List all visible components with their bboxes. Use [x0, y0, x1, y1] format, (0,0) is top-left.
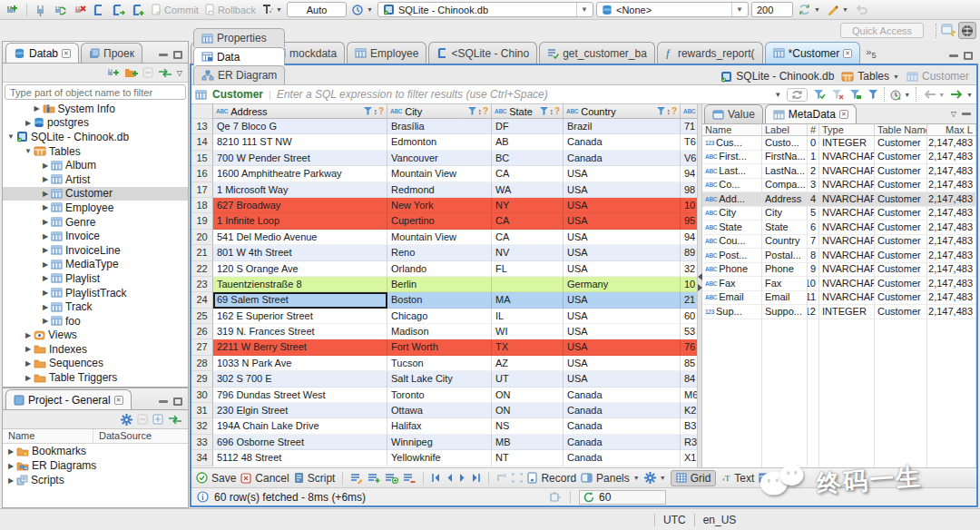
add-row-icon[interactable]	[368, 473, 380, 484]
minimize-panel-icon[interactable]	[962, 113, 971, 115]
grid-cell[interactable]: 319 N. Frances Street	[213, 324, 387, 339]
tree-item-sequences[interactable]: ▶Sequences	[3, 357, 188, 371]
subtab-data[interactable]: Data	[193, 47, 285, 66]
previous-page-icon[interactable]	[446, 473, 454, 483]
grid-cell[interactable]: NV	[492, 245, 564, 260]
minimize-editor-icon[interactable]	[949, 54, 958, 57]
grid-cell[interactable]: MB	[492, 435, 564, 450]
grid-cell[interactable]: 53	[681, 324, 697, 339]
metadata-row[interactable]: ABCCityCity5NVARCHARCustomer2,147,483	[702, 207, 976, 221]
grid-cell[interactable]: Canada	[564, 450, 681, 466]
expander-icon[interactable]: ▶	[6, 476, 15, 485]
expander-icon[interactable]: ▶	[24, 374, 33, 382]
grid-cell[interactable]: Orlando	[387, 261, 492, 277]
grid-cell[interactable]: Halifax	[387, 418, 492, 434]
grid-cell[interactable]: 162 E Superior Street	[213, 309, 387, 324]
sql-editor-icon[interactable]	[91, 2, 107, 18]
tree-item-employee[interactable]: ▶Employee	[3, 201, 188, 215]
column-header-partial[interactable]: ABC	[681, 104, 697, 118]
grid-cell[interactable]: Canada	[564, 435, 681, 450]
grid-cell[interactable]: Canada	[564, 418, 681, 434]
tree-item-customer[interactable]: ▶Customer	[3, 187, 188, 201]
tab-database-navigator[interactable]: Datab✕	[5, 43, 79, 63]
sash-collapse-right-icon[interactable]	[698, 284, 702, 291]
grid-cell[interactable]: Canada	[564, 388, 681, 403]
auto-refresh-box[interactable]: 60	[579, 490, 666, 505]
recent-sql-editor-icon[interactable]	[110, 2, 127, 18]
row-number[interactable]: 25	[191, 309, 213, 324]
grid-cell[interactable]: Mountain View	[387, 230, 492, 245]
metadata-column-header[interactable]: Name	[702, 124, 762, 135]
grid-cell[interactable]: 1033 N Park Ave	[213, 356, 387, 371]
close-icon[interactable]: ✕	[843, 49, 852, 58]
metadata-row[interactable]: 123Cus...Custo...0INTEGERCustomer2,147,4…	[702, 136, 976, 151]
grid-cell[interactable]: Berlin	[387, 277, 492, 292]
link-with-editor-icon[interactable]	[158, 68, 172, 78]
grid-cell[interactable]: 85	[681, 356, 697, 371]
sync-connection-icon[interactable]: ▼	[796, 2, 822, 18]
grid-cell[interactable]: 84	[681, 371, 697, 387]
tree-item-postgres[interactable]: ▶postgres	[3, 116, 188, 131]
metadata-row[interactable]: ABCAdd...Address4NVARCHARCustomer2,147,4…	[702, 192, 976, 207]
grid-cell[interactable]: USA	[564, 371, 681, 387]
open-perspective-icon[interactable]	[941, 23, 956, 37]
collapse-all-icon[interactable]	[137, 414, 148, 425]
filter-funnel-icon[interactable]	[468, 107, 476, 115]
row-number[interactable]: 13	[191, 119, 213, 134]
duplicate-row-icon[interactable]	[385, 473, 398, 484]
tree-item-album[interactable]: ▶Album	[3, 158, 188, 172]
expander-icon[interactable]: ▼	[24, 147, 33, 155]
grid-cell[interactable]: 700 W Pender Street	[213, 151, 387, 166]
grid-cell[interactable]: Toronto	[387, 388, 492, 403]
grid-cell[interactable]: USA	[564, 292, 681, 308]
row-number[interactable]: 22	[191, 261, 213, 277]
maximize-panel-icon[interactable]	[173, 51, 182, 59]
expander-icon[interactable]: ▶	[41, 218, 50, 226]
grid-cell[interactable]: 10	[681, 198, 697, 213]
grid-cell[interactable]: 69 Salem Street	[213, 292, 387, 308]
column-header-country[interactable]: ABCCountry↕?	[564, 104, 681, 118]
sort-icon[interactable]: ↕	[549, 107, 554, 116]
tree-item-mediatype[interactable]: ▶MediaType	[3, 258, 188, 272]
grid-cell[interactable]: Brazil	[564, 119, 681, 134]
row-number[interactable]: 17	[191, 182, 213, 198]
grid-cell[interactable]: 230 Elgin Street	[213, 403, 387, 418]
grid-cell[interactable]: NT	[492, 450, 564, 466]
metadata-row[interactable]: ABCFirst...FirstNa...1NVARCHARCustomer2,…	[702, 151, 976, 165]
row-number[interactable]: 21	[191, 245, 213, 260]
grid-cell[interactable]: AZ	[492, 356, 564, 371]
edit-row-icon[interactable]	[350, 473, 363, 484]
row-number[interactable]: 34	[191, 450, 213, 466]
sort-icon[interactable]: ↕	[373, 107, 377, 116]
row-number[interactable]: 28	[191, 356, 213, 371]
delete-row-icon[interactable]	[403, 473, 416, 484]
breadcrumb-entity[interactable]: Customer	[906, 70, 969, 83]
expander-icon[interactable]: ▶	[41, 274, 50, 282]
breadcrumb-connection[interactable]: SQLite - Chinook.db	[720, 70, 834, 83]
grid-cell[interactable]: 76	[681, 339, 697, 355]
grid-cell[interactable]: 1 Infinite Loop	[213, 213, 387, 229]
row-number[interactable]: 16	[191, 166, 213, 182]
refresh-icon[interactable]	[787, 88, 808, 102]
metadata-row[interactable]: 123Sup...Suppo...12INTEGERCustomer2,147,…	[702, 305, 976, 319]
undo-icon[interactable]	[853, 2, 869, 18]
grid-cell[interactable]: USA	[564, 261, 681, 277]
sash-collapse-left-icon[interactable]	[698, 273, 702, 280]
grid-cell[interactable]: 95	[681, 213, 697, 229]
filter-dropdown-icon[interactable]: ▼	[774, 91, 781, 99]
expander-icon[interactable]: ▶	[6, 447, 15, 456]
fetch-size-input[interactable]: 200	[751, 2, 793, 17]
grid-cell[interactable]: 120 S Orange Ave	[213, 261, 387, 277]
grid-cell[interactable]: 796 Dundas Street West	[213, 388, 387, 403]
column-help-icon[interactable]: ?	[378, 106, 384, 116]
grid-cell[interactable]: Yellowknife	[387, 450, 492, 466]
tree-item-artist[interactable]: ▶Artist	[3, 172, 188, 187]
row-number[interactable]: 30	[191, 388, 213, 403]
grid-corner[interactable]	[191, 104, 213, 119]
script-button[interactable]: Script	[294, 472, 336, 485]
minimize-panel-icon[interactable]	[159, 54, 168, 56]
breadcrumb-tables[interactable]: Tables▼	[841, 70, 899, 83]
grid-cell[interactable]: DF	[492, 119, 564, 134]
metadata-row[interactable]: ABCCo...Compa...3NVARCHARCustomer2,147,4…	[702, 179, 976, 193]
metadata-column-header[interactable]: Max L	[927, 124, 976, 135]
